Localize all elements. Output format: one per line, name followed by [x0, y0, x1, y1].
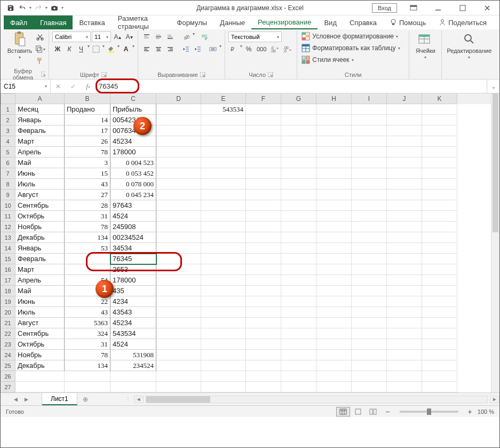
cell[interactable]	[422, 168, 457, 179]
italic-button[interactable]: К	[64, 44, 75, 54]
cell[interactable]: 22	[65, 296, 110, 307]
column-header-E[interactable]: E	[201, 93, 246, 104]
cell[interactable]: 0 004 523	[110, 158, 156, 168]
cell[interactable]	[316, 190, 352, 200]
cell[interactable]: 178000	[110, 147, 156, 158]
cell[interactable]	[246, 382, 281, 392]
cell[interactable]	[201, 371, 246, 382]
hscroll-right-icon[interactable]: ►	[490, 396, 499, 403]
dialog-launcher-icon[interactable]	[101, 72, 107, 77]
cell[interactable]	[156, 275, 201, 286]
align-top-icon[interactable]	[141, 32, 152, 42]
cell[interactable]: Февраль	[15, 125, 65, 136]
cell[interactable]: Июль	[15, 307, 65, 318]
cell[interactable]	[422, 115, 457, 125]
row-header[interactable]: 4	[1, 136, 15, 147]
cell[interactable]	[246, 286, 281, 296]
zoom-in-button[interactable]: +	[468, 407, 472, 416]
cell[interactable]: 15	[65, 168, 110, 179]
undo-dropdown[interactable]: ▾	[29, 5, 31, 10]
cell[interactable]	[281, 168, 316, 179]
cell[interactable]	[422, 254, 457, 264]
cell[interactable]	[156, 125, 201, 136]
cell[interactable]	[156, 232, 201, 243]
cell[interactable]	[352, 382, 387, 392]
cell[interactable]: Декабрь	[15, 360, 65, 371]
cell[interactable]	[156, 339, 201, 350]
cell[interactable]: Май	[15, 286, 65, 296]
cell[interactable]	[422, 360, 457, 371]
paste-button[interactable]: Вставить ▾	[7, 32, 33, 60]
row-header[interactable]: 13	[1, 232, 15, 243]
row-header[interactable]: 8	[1, 179, 15, 190]
column-header-H[interactable]: H	[316, 93, 352, 104]
cell[interactable]	[15, 382, 65, 392]
row-header[interactable]: 10	[1, 200, 15, 211]
accounting-format-icon[interactable]: ₽	[228, 44, 239, 54]
cell[interactable]	[387, 328, 422, 339]
font-name-combo[interactable]: Calibri▾	[52, 32, 91, 42]
cell[interactable]	[246, 371, 281, 382]
row-header[interactable]: 23	[1, 339, 15, 350]
cell[interactable]	[316, 382, 352, 392]
cell[interactable]	[246, 264, 281, 275]
cell[interactable]: 43	[65, 179, 110, 190]
undo-icon[interactable]	[18, 3, 27, 13]
cell[interactable]	[387, 158, 422, 168]
tab-pagelayout[interactable]: Разметка страницы	[112, 15, 171, 29]
cell[interactable]	[281, 286, 316, 296]
cell[interactable]	[422, 382, 457, 392]
cell[interactable]	[246, 179, 281, 190]
row-header[interactable]: 2	[1, 115, 15, 125]
cell[interactable]	[281, 136, 316, 147]
cut-icon[interactable]	[35, 32, 45, 42]
tab-home[interactable]: Главная	[34, 15, 73, 29]
comma-format-icon[interactable]: 000	[255, 44, 268, 54]
tab-review[interactable]: Рецензирование	[251, 15, 318, 29]
cell[interactable]	[387, 339, 422, 350]
cell[interactable]: Май	[15, 158, 65, 168]
hscroll-left-icon[interactable]: ◄	[134, 396, 144, 403]
cell[interactable]	[246, 350, 281, 360]
cell[interactable]	[156, 307, 201, 318]
cell[interactable]	[281, 296, 316, 307]
cell[interactable]	[316, 328, 352, 339]
cell[interactable]: 4524	[110, 211, 156, 222]
cell[interactable]	[352, 200, 387, 211]
increase-indent-icon[interactable]	[193, 44, 203, 54]
page-break-view-icon[interactable]	[366, 407, 380, 416]
row-header[interactable]: 15	[1, 254, 15, 264]
cell[interactable]	[316, 222, 352, 232]
cell[interactable]: 245908	[110, 222, 156, 232]
cell[interactable]	[201, 328, 246, 339]
cell[interactable]	[316, 179, 352, 190]
row-header[interactable]: 7	[1, 168, 15, 179]
cell[interactable]	[156, 115, 201, 125]
cell[interactable]: Январь	[15, 243, 65, 254]
cell[interactable]: Апрель	[15, 275, 65, 286]
row-header[interactable]: 3	[1, 125, 15, 136]
cell[interactable]: Октябрь	[15, 339, 65, 350]
cell[interactable]: Март	[15, 136, 65, 147]
cell[interactable]	[156, 147, 201, 158]
cell[interactable]	[352, 350, 387, 360]
row-header[interactable]: 20	[1, 307, 15, 318]
cell[interactable]	[316, 115, 352, 125]
cell[interactable]	[281, 125, 316, 136]
cell[interactable]	[387, 254, 422, 264]
cell[interactable]	[387, 360, 422, 371]
cell[interactable]: 43	[65, 307, 110, 318]
signin-button[interactable]: Вход	[372, 3, 397, 13]
decrease-decimal-icon[interactable]: ,00,0	[282, 44, 293, 54]
cell[interactable]	[281, 350, 316, 360]
cell[interactable]	[352, 190, 387, 200]
cell[interactable]: 17	[65, 125, 110, 136]
merge-center-icon[interactable]	[208, 44, 218, 54]
cell[interactable]	[387, 296, 422, 307]
cell[interactable]	[387, 222, 422, 232]
expand-formula-bar-icon[interactable]: ⌄	[487, 80, 499, 93]
cell[interactable]	[246, 190, 281, 200]
cell[interactable]	[281, 254, 316, 264]
cell[interactable]: Прибыль	[110, 104, 156, 115]
cell[interactable]	[156, 243, 201, 254]
